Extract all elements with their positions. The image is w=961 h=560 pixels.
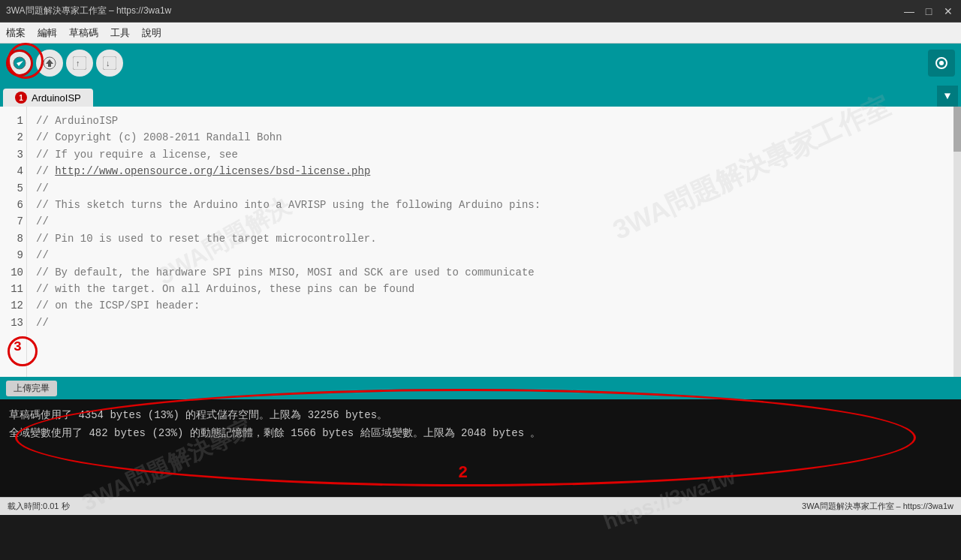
svg-point-9 [939, 61, 944, 65]
tab-number: 1 [15, 92, 27, 104]
menu-edit[interactable]: 編輯 [38, 26, 57, 40]
new-button[interactable]: ↑ [66, 50, 93, 77]
console-output: 草稿碼使用了 4354 bytes (13%) 的程式儲存空間。上限為 3225… [0, 399, 961, 497]
menu-tools[interactable]: 工具 [110, 26, 130, 40]
scrollbar-thumb[interactable] [953, 107, 961, 152]
code-editor[interactable]: 12345 678910 111213 // ArduinoISP // Cop… [0, 107, 961, 377]
title-controls: — □ ✕ [902, 5, 955, 17]
minimize-button[interactable]: — [902, 5, 916, 17]
scrollbar[interactable] [953, 107, 961, 377]
status-right: 3WA問題解決專家工作室 – https://3wa1w [802, 501, 953, 512]
upload-button[interactable] [36, 50, 63, 77]
maximize-button[interactable]: □ [922, 5, 935, 17]
upload-complete-badge[interactable]: 上傳完畢 [6, 381, 57, 396]
serial-monitor-button[interactable] [928, 50, 955, 77]
svg-text:↓: ↓ [106, 59, 110, 68]
open-button[interactable]: ↓ [96, 50, 123, 77]
menu-help[interactable]: 說明 [142, 26, 161, 40]
console-line-2: 全域變數使用了 482 bytes (23%) 的動態記憶體，剩餘 1566 b… [9, 425, 952, 443]
menu-file[interactable]: 檔案 [6, 26, 26, 40]
title-bar: 3WA問題解決專家工作室 – https://3wa1w — □ ✕ [0, 0, 961, 23]
status-bar: 載入時間:0.01 秒 3WA問題解決專家工作室 – https://3wa1w [0, 497, 961, 515]
verify-button[interactable] [6, 50, 33, 77]
status-left: 載入時間:0.01 秒 [8, 501, 70, 512]
console-line-1: 草稿碼使用了 4354 bytes (13%) 的程式儲存空間。上限為 3225… [9, 407, 952, 425]
svg-text:↑: ↑ [76, 59, 80, 68]
toolbar: ↑ ↓ [0, 44, 961, 83]
tab-arduinoisp[interactable]: 1 ArduinoISP [3, 89, 93, 107]
menu-sketch[interactable]: 草稿碼 [69, 26, 98, 40]
code-content[interactable]: // ArduinoISP // Copyright (c) 2008-2011… [27, 107, 953, 377]
tab-dropdown-button[interactable]: ▼ [937, 86, 958, 107]
console-header: 上傳完畢 [0, 377, 961, 399]
menu-bar: 檔案 編輯 草稿碼 工具 說明 [0, 23, 961, 44]
tab-bar: 1 ArduinoISP ▼ [0, 83, 961, 107]
title-text: 3WA問題解決專家工作室 – https://3wa1w [6, 5, 171, 17]
tab-label: ArduinoISP [32, 92, 81, 104]
line-numbers: 12345 678910 111213 [0, 107, 27, 377]
close-button[interactable]: ✕ [941, 5, 955, 17]
